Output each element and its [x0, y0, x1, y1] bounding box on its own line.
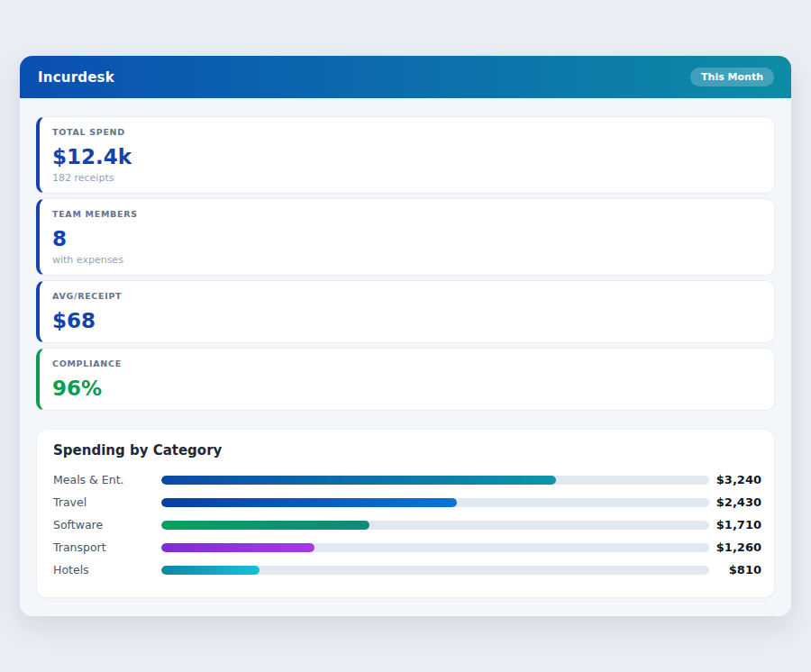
bar-track [161, 543, 709, 552]
dashboard-body: TOTAL SPEND$12.4k182 receiptsTEAM MEMBER… [20, 98, 791, 616]
stat-card-compliance: COMPLIANCE96% [36, 348, 775, 411]
bar-fill [161, 543, 314, 552]
category-amount: $3,240 [709, 473, 761, 486]
category-row-travel: Travel$2,430 [53, 491, 761, 513]
category-label: Travel [53, 495, 161, 509]
stat-card-team-members: TEAM MEMBERS8with expenses [36, 198, 775, 276]
category-amount: $1,260 [709, 540, 761, 554]
category-row-software: Software$1,710 [53, 513, 761, 536]
bar-track [161, 498, 709, 507]
app-title: Incurdesk [38, 69, 114, 86]
period-badge[interactable]: This Month [690, 68, 774, 86]
category-row-transport: Transport$1,260 [53, 536, 761, 558]
spending-title: Spending by Category [53, 442, 761, 459]
category-label: Transport [53, 540, 161, 554]
stat-value: 8 [52, 226, 760, 251]
stat-label: TEAM MEMBERS [52, 209, 760, 220]
category-label: Hotels [53, 563, 161, 577]
category-amount: $810 [709, 563, 761, 577]
dashboard-card: Incurdesk This Month TOTAL SPEND$12.4k18… [20, 56, 791, 616]
stat-value: 96% [52, 376, 760, 401]
spending-rows: Meals & Ent.$3,240Travel$2,430Software$1… [53, 468, 761, 581]
stats-list: TOTAL SPEND$12.4k182 receiptsTEAM MEMBER… [36, 116, 775, 411]
bar-track [161, 476, 709, 485]
category-row-hotels: Hotels$810 [53, 558, 761, 581]
stat-value: $68 [52, 308, 760, 333]
stat-label: AVG/RECEIPT [52, 291, 760, 302]
bar-fill [161, 498, 457, 507]
bar-fill [161, 521, 369, 530]
stat-label: TOTAL SPEND [52, 127, 760, 138]
bar-fill [161, 476, 556, 485]
bar-fill [161, 566, 260, 575]
stat-card-total-spend: TOTAL SPEND$12.4k182 receipts [36, 116, 775, 194]
category-row-meals-ent-: Meals & Ent.$3,240 [53, 468, 761, 491]
bar-track [161, 521, 709, 530]
app-header: Incurdesk This Month [20, 56, 791, 98]
stat-card-avg-receipt: AVG/RECEIPT$68 [36, 280, 775, 343]
stat-subtext: 182 receipts [52, 172, 760, 184]
bar-track [161, 566, 709, 575]
stat-value: $12.4k [52, 144, 760, 169]
category-label: Meals & Ent. [53, 473, 161, 486]
category-label: Software [53, 518, 161, 531]
stat-label: COMPLIANCE [52, 359, 760, 369]
category-amount: $2,430 [709, 495, 761, 509]
spending-card: Spending by Category Meals & Ent.$3,240T… [36, 429, 775, 598]
stat-subtext: with expenses [52, 254, 760, 266]
category-amount: $1,710 [709, 518, 761, 531]
